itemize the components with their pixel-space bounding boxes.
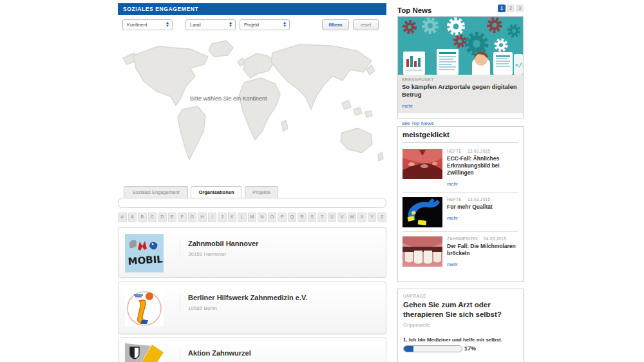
item-date: 13.02.2015 (468, 149, 491, 153)
aktion-zahnwurzel-logo (125, 343, 164, 362)
alpha-letter[interactable]: F (178, 213, 187, 222)
most-clicked-item-3[interactable]: ZAHNMEDIZIN 04.03.2015 Der Fall: Die Mil… (402, 231, 518, 272)
poll-title: Gehen Sie zum Arzt oder therapieren Sie … (403, 300, 518, 319)
most-clicked-title: meistgeklickt (402, 131, 518, 138)
most-clicked-item-1[interactable]: HEFTE 13.02.2015 ECC-Fall: Ähnliches Erk… (402, 148, 518, 192)
item-date: 13.02.2015 (468, 197, 491, 202)
continent-select-label: Kontinent (127, 22, 147, 28)
alpha-letter[interactable]: U (328, 213, 337, 222)
top-news-illustration: </> (398, 17, 523, 75)
alpha-letter[interactable]: S (308, 213, 317, 222)
alpha-letter[interactable]: A (128, 213, 137, 222)
alpha-letter[interactable]: R (298, 213, 307, 222)
most-clicked-item-2[interactable]: HEFTE 13.02.2015 Für mehr Qualität mehr (402, 192, 518, 231)
filter-bar: Kontinent ▲▼ Land ▲▼ Projekt ▲▼ filtern … (118, 19, 386, 31)
alpha-letter[interactable]: Y (368, 213, 377, 222)
poll-option-1-label: 1. Ich bin Mediziner und helfe mir selbs… (403, 337, 518, 343)
alpha-letter[interactable]: Z (377, 213, 386, 222)
tab-projekte[interactable]: Projekte (245, 186, 278, 198)
org-text: Aktion Zahnwurzel (180, 349, 381, 362)
zahnmobil-logo: MOBIL (125, 234, 164, 272)
alpha-letter[interactable]: E (168, 213, 177, 222)
tab-organisationen[interactable]: Organisationen (191, 186, 242, 198)
alpha-letter[interactable]: P (278, 213, 287, 222)
alpha-letter[interactable]: K (228, 213, 237, 222)
poll-bar-fill (404, 346, 413, 352)
item-category: HEFTE (447, 197, 462, 202)
alpha-letter[interactable]: X (357, 213, 366, 222)
item-more-link[interactable]: mehr (447, 215, 458, 221)
alpha-letter[interactable]: G (188, 213, 197, 222)
alpha-letter[interactable]: J (218, 213, 227, 222)
top-news-article-title[interactable]: So kämpfen Arztportale gegen digitalen B… (402, 83, 519, 99)
poll-category: UMFRAGE (403, 294, 518, 298)
most-clicked-thumb-2 (402, 197, 442, 227)
item-title[interactable]: Für mehr Qualität (447, 204, 493, 211)
most-clicked-text: HEFTE 13.02.2015 ECC-Fall: Ähnliches Erk… (447, 149, 518, 188)
org-text: Zahnmobil Hannover 30159 Hannover (180, 240, 381, 257)
alpha-letter[interactable]: H (198, 213, 207, 222)
project-select-label: Projekt (244, 22, 259, 28)
world-map-svg[interactable]: Bitte wählen Sie ein Kontinent (118, 35, 386, 183)
page-button-2[interactable]: 2 (507, 5, 515, 12)
alpha-letter[interactable]: N (258, 213, 267, 222)
poll-percent: 17% (464, 345, 476, 352)
alpha-letter[interactable]: Q (288, 213, 297, 222)
item-date: 04.03.2015 (484, 236, 507, 241)
org-text: Berliner Hilfswerk Zahnmedizin e.V. 1058… (180, 294, 381, 311)
divider (402, 142, 518, 143)
page-title: SOZIALES ENGAGEMENT (123, 6, 198, 12)
poll-option-1-result: 17% (403, 345, 518, 352)
org-location: 10585 Berlin (188, 305, 381, 311)
alpha-letter[interactable]: D (158, 213, 167, 222)
country-select[interactable]: Land ▲▼ (185, 19, 236, 30)
filter-button[interactable]: filtern (322, 19, 349, 30)
berliner-hilfswerk-logo (125, 288, 164, 327)
alpha-letter[interactable]: B (138, 213, 147, 222)
alpha-letter[interactable]: O (268, 213, 277, 222)
most-clicked-box: meistgeklickt HEFTE 13.02.2015 (397, 126, 524, 282)
continent-select[interactable]: Kontinent ▲▼ (122, 19, 173, 30)
org-name[interactable]: Zahnmobil Hannover (188, 240, 381, 247)
top-news-header: Top News 1 2 3 (397, 4, 524, 14)
page: SOZIALES ENGAGEMENT Kontinent ▲▼ Land ▲▼… (0, 0, 644, 362)
alpha-letter[interactable]: W (348, 213, 357, 222)
item-title[interactable]: Der Fall: Die Milchmolaren bröckeln (447, 243, 518, 257)
tab-bar: Soziales Engagement Organisationen Proje… (118, 186, 386, 198)
top-news-pagination: 1 2 3 (498, 5, 524, 12)
project-select[interactable]: Projekt ▲▼ (240, 19, 290, 30)
section-header: SOZIALES ENGAGEMENT (118, 3, 386, 15)
tab-soziales-engagement[interactable]: Soziales Engagement (124, 186, 188, 198)
alpha-letter[interactable]: M (248, 213, 257, 222)
item-more-link[interactable]: mehr (447, 262, 458, 267)
alpha-letter[interactable]: V (337, 213, 346, 222)
org-card-aktion-zahnwurzel[interactable]: Aktion Zahnwurzel (118, 337, 386, 362)
top-news-card[interactable]: </> BRENNPUNKT So kämpfen Arztportale ge… (397, 16, 524, 119)
top-news-more-link[interactable]: mehr (402, 103, 413, 109)
alpha-letter[interactable]: T (317, 213, 327, 222)
alpha-letter[interactable]: # (118, 213, 127, 222)
alpha-letter[interactable]: I (208, 213, 217, 222)
top-news-category: BRENNPUNKT (402, 77, 519, 82)
alpha-letter[interactable]: C (148, 213, 157, 222)
item-more-link[interactable]: mehr (447, 181, 458, 187)
org-card-berliner-hilfswerk[interactable]: Berliner Hilfswerk Zahnmedizin e.V. 1058… (118, 281, 386, 334)
svg-text:MOBIL: MOBIL (128, 253, 164, 267)
org-name[interactable]: Aktion Zahnwurzel (188, 349, 381, 357)
all-top-news-link[interactable]: alle Top News (402, 120, 434, 126)
org-card-zahnmobil[interactable]: MOBIL Zahnmobil Hannover 30159 Hannover (118, 227, 386, 278)
reset-button[interactable]: reset (353, 19, 379, 30)
world-map[interactable]: Bitte wählen Sie ein Kontinent (118, 35, 386, 183)
organization-search-input[interactable] (118, 198, 386, 208)
org-name[interactable]: Berliner Hilfswerk Zahnmedizin e.V. (188, 294, 381, 301)
select-spinner-icon: ▲▼ (165, 21, 170, 28)
item-category: ZAHNMEDIZIN (447, 236, 478, 241)
poll-bar-track (403, 345, 462, 352)
page-button-3[interactable]: 3 (516, 5, 524, 12)
item-title[interactable]: ECC-Fall: Ähnliches Erkrankungsbild bei … (447, 155, 518, 176)
map-placeholder-text: Bitte wählen Sie ein Kontinent (190, 95, 267, 102)
alpha-letter[interactable]: L (238, 213, 247, 222)
item-category: HEFTE (447, 149, 462, 153)
poll-box: UMFRAGE Gehen Sie zum Arzt oder therapie… (397, 289, 524, 362)
page-button-1[interactable]: 1 (498, 5, 506, 12)
